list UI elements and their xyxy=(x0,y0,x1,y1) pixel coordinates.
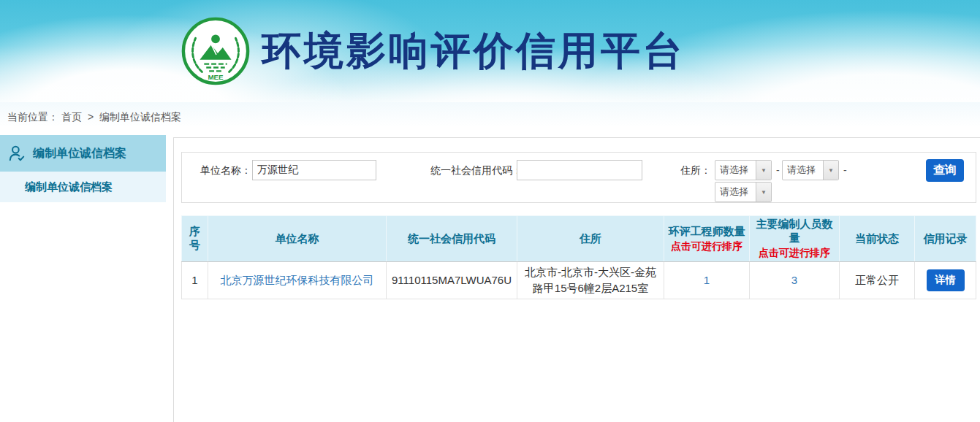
query-button[interactable]: 查询 xyxy=(926,159,964,182)
unit-name-label: 单位名称： xyxy=(200,160,251,180)
residence-label: 住所： xyxy=(680,160,711,180)
staff-count-link[interactable]: 3 xyxy=(791,274,797,286)
header-index: 序号 xyxy=(182,216,208,262)
header-staff-count-sort[interactable]: 主要编制人员数量 点击可进行排序 xyxy=(750,216,840,262)
breadcrumb-prefix: 当前位置： xyxy=(7,111,58,123)
unit-name-link[interactable]: 北京万源世纪环保科技有限公司 xyxy=(221,274,374,286)
header-engineer-count-sort[interactable]: 环评工程师数量 点击可进行排序 xyxy=(664,216,750,262)
cell-status: 正常公开 xyxy=(840,262,915,299)
breadcrumb: 当前位置：首页 > 编制单位诚信档案 xyxy=(0,102,980,131)
cell-residence: 北京市-北京市-大兴区-金苑路甲15号6幢2层A215室 xyxy=(517,262,664,299)
sidebar-item-unit-credit-archive[interactable]: 编制单位诚信档案 xyxy=(0,135,166,172)
site-banner: MEE 环境影响评价信用平台 xyxy=(0,0,980,102)
breadcrumb-separator: > xyxy=(88,111,94,123)
sidebar-item-label: 编制单位诚信档案 xyxy=(33,146,126,161)
table-header-row: 序号 单位名称 统一社会信用代码 住所 环评工程师数量 点击可进行排序 主要编制… xyxy=(182,216,976,262)
sort-hint: 点击可进行排序 xyxy=(667,240,746,253)
sidebar-subitem-label: 编制单位诚信档案 xyxy=(25,180,113,194)
chevron-down-icon[interactable]: ▼ xyxy=(756,161,771,180)
header-staff-count-label: 主要编制人员数量 xyxy=(756,218,833,244)
detail-button[interactable]: 详情 xyxy=(927,269,965,291)
residence-separator: - xyxy=(776,160,780,180)
chevron-down-icon[interactable]: ▼ xyxy=(823,161,838,180)
header-residence: 住所 xyxy=(517,216,664,262)
city-select[interactable]: 请选择 ▼ xyxy=(782,160,839,180)
main-panel: 单位名称： 统一社会信用代码： 住所： 请选择 ▼ - 请选择 ▼ - 请选择 … xyxy=(173,137,980,422)
cell-index: 1 xyxy=(182,262,208,299)
mee-logo: MEE xyxy=(180,15,251,87)
table-row: 1 北京万源世纪环保科技有限公司 91110115MA7LWUA76U 北京市-… xyxy=(182,262,976,299)
breadcrumb-home-link[interactable]: 首页 xyxy=(61,111,82,123)
credit-code-input[interactable] xyxy=(517,160,642,180)
header-unit-name: 单位名称 xyxy=(208,216,387,262)
logo-text: MEE xyxy=(208,73,224,81)
residence-separator: - xyxy=(843,160,847,180)
district-select-value: 请选择 xyxy=(715,183,756,202)
header-status: 当前状态 xyxy=(840,216,915,262)
sun-icon xyxy=(211,34,220,43)
breadcrumb-current: 编制单位诚信档案 xyxy=(99,111,181,123)
header-credit-record: 信用记录 xyxy=(915,216,976,262)
header-engineer-count-label: 环评工程师数量 xyxy=(669,225,745,237)
sidebar: 编制单位诚信档案 编制单位诚信档案 xyxy=(0,131,166,422)
search-form: 单位名称： 统一社会信用代码： 住所： 请选择 ▼ - 请选择 ▼ - 请选择 … xyxy=(181,152,976,203)
user-check-icon xyxy=(7,144,26,163)
city-select-value: 请选择 xyxy=(783,161,823,180)
sidebar-subitem-unit-credit-archive[interactable]: 编制单位诚信档案 xyxy=(0,172,166,202)
sort-hint: 点击可进行排序 xyxy=(753,247,836,260)
unit-name-input[interactable] xyxy=(252,160,376,180)
cell-credit-code: 91110115MA7LWUA76U xyxy=(387,262,517,299)
results-table: 序号 单位名称 统一社会信用代码 住所 环评工程师数量 点击可进行排序 主要编制… xyxy=(181,215,976,299)
header-credit-code: 统一社会信用代码 xyxy=(387,216,517,262)
page-title: 环境影响评价信用平台 xyxy=(262,25,685,78)
credit-code-label: 统一社会信用代码： xyxy=(430,160,523,180)
chevron-down-icon[interactable]: ▼ xyxy=(756,183,771,202)
province-select[interactable]: 请选择 ▼ xyxy=(715,160,772,180)
engineer-count-link[interactable]: 1 xyxy=(704,274,710,286)
district-select[interactable]: 请选择 ▼ xyxy=(715,182,772,202)
province-select-value: 请选择 xyxy=(715,161,756,180)
